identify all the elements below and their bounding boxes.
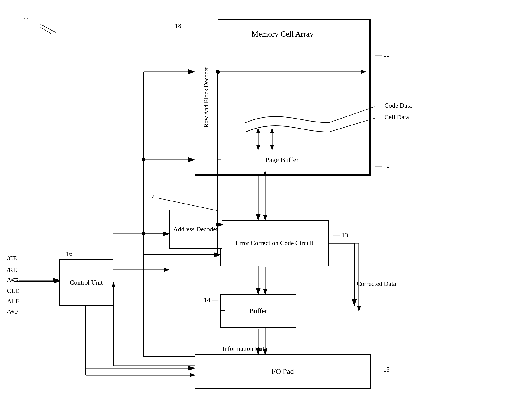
ref-17: 17: [148, 192, 155, 200]
ref-18: 18: [175, 22, 181, 30]
circuit-diagram: 11 Memory Cell Array Row And Block Decod…: [0, 0, 515, 420]
control-unit-box: Control Unit: [59, 259, 114, 306]
input-we: /WE: [7, 277, 19, 284]
input-ale: ALE: [7, 298, 19, 305]
corrected-data-label: Corrected Data: [357, 280, 396, 288]
page-buffer-label: Page Buffer: [265, 155, 299, 164]
control-unit-label: Control Unit: [70, 278, 103, 287]
address-decoder-label: Address Decoder: [173, 225, 218, 233]
io-pad-box: I/O Pad: [195, 354, 371, 389]
ref-11: — 11: [375, 51, 389, 58]
ecc-circuit-box: Error Correction Code Circuit: [220, 220, 329, 266]
svg-line-54: [158, 198, 218, 211]
row-block-decoder-label: Row And Block Decoder: [203, 67, 211, 128]
memory-cell-array-label: Memory Cell Array: [251, 29, 314, 39]
code-data-label: Code Data: [384, 102, 412, 109]
ref-16: 16: [66, 250, 72, 257]
buffer-label: Buffer: [249, 306, 267, 315]
input-cle: CLE: [7, 287, 19, 294]
buffer-box: Buffer: [220, 294, 296, 328]
input-ce: /CE: [7, 255, 17, 262]
svg-point-10: [142, 232, 145, 236]
ref-12: — 12: [375, 162, 390, 170]
svg-point-7: [142, 158, 145, 162]
ref-14: 14 —: [204, 296, 218, 304]
input-re: /RE: [7, 266, 17, 274]
ecc-circuit-label: Error Correction Code Circuit: [235, 239, 314, 248]
io-pad-label: I/O Pad: [271, 367, 294, 376]
ref-10: 11: [23, 16, 30, 24]
ref-15: — 15: [375, 366, 390, 373]
address-decoder-box: Address Decoder: [169, 210, 222, 249]
ref-13: — 13: [333, 232, 348, 239]
page-buffer-box: Page Buffer: [195, 145, 371, 175]
input-wp: /WP: [7, 308, 19, 315]
cell-data-label: Cell Data: [384, 113, 409, 121]
svg-line-53: [40, 24, 56, 32]
svg-line-26: [40, 27, 51, 34]
information-data-label: Information Data: [222, 345, 267, 352]
